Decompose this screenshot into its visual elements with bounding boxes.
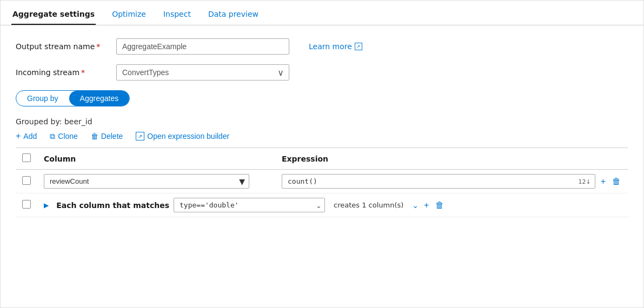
clone-button[interactable]: ⧉ Clone [50,132,78,141]
delete-icon: 🗑 [91,132,98,140]
content-area: Output stream name* Learn more Incoming … [1,25,643,230]
required-star-incoming: * [81,68,85,77]
tab-aggregate-settings[interactable]: Aggregate settings [11,4,96,25]
toggle-group: Group by Aggregates [16,90,130,106]
aggregates-toggle-btn[interactable]: Aggregates [69,91,130,106]
required-star-output: * [96,42,100,51]
row1-expression-input[interactable] [282,174,595,189]
row1-column-cell: reviewCount ▼ [37,170,275,193]
th-expression: Expression [275,148,628,170]
row1-expr-hint-icon: 12↓ [578,178,590,185]
tab-optimize[interactable]: Optimize [111,4,147,25]
row1-add-button[interactable]: + [600,176,607,188]
row1-checkbox-cell [16,170,37,193]
expand-icon[interactable]: ▶ [44,202,49,209]
tab-inspect[interactable]: Inspect [162,4,192,25]
each-col-checkbox[interactable] [22,200,31,209]
each-column-row: ▶ Each column that matches ⌄ creates 1 c… [16,193,628,217]
output-stream-row: Output stream name* Learn more [16,38,628,55]
learn-more-link[interactable]: Learn more [309,42,362,51]
each-col-delete-button[interactable]: 🗑 [434,199,445,211]
each-col-add-button[interactable]: + [423,199,430,211]
clone-icon: ⧉ [50,132,55,141]
each-col-expr-dropdown-icon[interactable]: ⌄ [316,201,322,209]
group-by-toggle-btn[interactable]: Group by [16,91,69,106]
tab-bar: Aggregate settings Optimize Inspect Data… [1,1,643,25]
tab-data-preview[interactable]: Data preview [207,4,260,25]
row1-checkbox[interactable] [22,176,31,185]
row1-delete-button[interactable]: 🗑 [611,176,622,188]
toolbar: + Add ⧉ Clone 🗑 Delete ↗ Open expression… [16,131,628,148]
header-checkbox[interactable] [22,153,31,162]
output-stream-input[interactable] [116,38,289,55]
add-button[interactable]: + Add [16,131,37,141]
each-col-expression-input[interactable] [174,198,325,212]
table-header-row: Column Expression [16,148,628,170]
row1-expression-cell: 12↓ + 🗑 [275,170,628,193]
row1-expr-wrapper: 12↓ [282,174,595,189]
row1-column-select-wrapper: reviewCount ▼ [44,174,249,189]
table-row: reviewCount ▼ 12↓ + 🗑 [16,170,628,193]
incoming-stream-select[interactable]: ConvertTypes [116,64,289,81]
each-col-actions: + 🗑 [423,199,445,211]
external-link-icon [355,43,362,50]
delete-button[interactable]: 🗑 Delete [91,132,123,140]
creates-chevron-icon[interactable]: ⌄ [412,201,419,210]
each-col-checkbox-cell [16,193,37,217]
incoming-stream-row: Incoming stream* ConvertTypes ∨ [16,64,628,81]
output-stream-label: Output stream name* [16,42,108,51]
app-container: Aggregate settings Optimize Inspect Data… [1,1,643,230]
expression-builder-icon: ↗ [136,132,144,140]
aggregates-table: Column Expression reviewCount [16,148,628,217]
each-col-content-cell: ▶ Each column that matches ⌄ creates 1 c… [37,193,628,217]
grouped-by-info: Grouped by: beer_id [16,117,628,126]
th-checkbox [16,148,37,170]
row1-actions: + 🗑 [600,176,622,188]
creates-columns-label: creates 1 column(s) [334,201,403,209]
th-column: Column [37,148,275,170]
each-col-expr-wrapper: ⌄ [174,198,325,212]
incoming-stream-label: Incoming stream* [16,68,108,77]
row1-column-select[interactable]: reviewCount [44,174,249,189]
open-expression-builder-button[interactable]: ↗ Open expression builder [136,132,229,140]
add-icon: + [16,131,21,141]
incoming-stream-select-wrapper: ConvertTypes ∨ [116,64,289,81]
each-col-label: Each column that matches [56,201,169,210]
